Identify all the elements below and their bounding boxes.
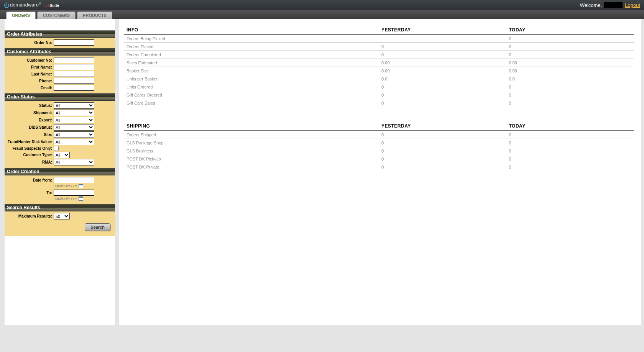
row-today: 0 xyxy=(507,131,634,139)
shipment-select[interactable]: All xyxy=(54,110,94,116)
row-today: 0 xyxy=(507,51,634,59)
table-row: GLS Business00 xyxy=(124,147,634,155)
label-order-no: Order No: xyxy=(7,41,54,45)
label-date-from: Date from: xyxy=(7,178,54,182)
row-today: 0 xyxy=(507,83,634,91)
tabs-row: ORDERS CUSTOMERS PRODUCTS xyxy=(0,10,644,19)
row-label: Gift Cards Ordered xyxy=(124,91,379,99)
shipping-header-shipping: SHIPPING xyxy=(124,122,379,131)
table-row: Units Ordered00 xyxy=(124,83,634,91)
row-yesterday xyxy=(379,34,507,43)
row-label: GLS Business xyxy=(124,147,379,155)
row-yesterday: 0 xyxy=(379,43,507,51)
divider-icon: | xyxy=(43,2,44,8)
logo-text: demandware® xyxy=(10,2,43,8)
row-yesterday: 0 xyxy=(379,155,507,163)
row-label: Orders Shipped xyxy=(124,131,379,139)
row-yesterday: 0 xyxy=(379,51,507,59)
date-from-input[interactable] xyxy=(54,177,94,183)
row-today: 0 xyxy=(507,99,634,107)
calendar-icon[interactable] xyxy=(79,184,83,188)
date-to-input[interactable] xyxy=(54,190,94,196)
label-customer-no: Customer No: xyxy=(7,58,54,62)
content-area: INFO YESTERDAY TODAY Orders Being Picked… xyxy=(119,19,641,325)
row-yesterday: 0 xyxy=(379,91,507,99)
order-creation-body: Date from: MM/DD/YYYY To: MM/DD/YYYY xyxy=(5,175,115,204)
site-select[interactable]: All xyxy=(54,131,94,138)
table-row: Orders Placed00 xyxy=(124,43,634,51)
section-order-attributes: Order Attributes xyxy=(5,30,115,38)
row-yesterday: 0.00 xyxy=(379,67,507,75)
suite-label: csSuite xyxy=(45,2,59,8)
search-button[interactable]: Search xyxy=(85,223,110,231)
date-hint-text: MM/DD/YYYY xyxy=(55,184,77,188)
tab-orders[interactable]: ORDERS xyxy=(6,11,36,19)
customer-attributes-body: Customer No: First Name: Last Name: Phon… xyxy=(5,56,115,93)
row-today: 0 xyxy=(507,163,634,171)
top-bar: ⏻ demandware® | csSuite Welcome, Logout xyxy=(0,0,644,10)
label-date-to: To: xyxy=(7,191,54,195)
dibs-status-select[interactable]: All xyxy=(54,124,94,131)
label-email: Email: xyxy=(7,86,54,90)
row-label: Units per Basket xyxy=(124,75,379,83)
suite-suffix: Suite xyxy=(50,3,59,8)
row-label: Orders Being Picked xyxy=(124,34,379,43)
row-label: Sales Estimated xyxy=(124,59,379,67)
suite-prefix: cs xyxy=(45,3,49,8)
status-select[interactable]: All xyxy=(54,102,94,109)
row-today: 0.00 xyxy=(507,67,634,75)
row-yesterday: 0 xyxy=(379,99,507,107)
row-yesterday: 0 xyxy=(379,83,507,91)
date-to-hint: MM/DD/YYYY xyxy=(55,196,113,201)
row-yesterday: 0.00 xyxy=(379,59,507,67)
first-name-input[interactable] xyxy=(54,64,94,70)
logo-prefix: demand xyxy=(10,2,28,8)
label-status: Status: xyxy=(7,103,54,108)
calendar-icon[interactable] xyxy=(79,196,83,201)
email-input[interactable] xyxy=(54,85,94,91)
order-no-input[interactable] xyxy=(54,39,94,46)
row-today: 0.0 xyxy=(507,75,634,83)
info-table: INFO YESTERDAY TODAY Orders Being Picked… xyxy=(124,26,634,107)
table-row: GLS Package Shop00 xyxy=(124,139,634,147)
date-from-hint: MM/DD/YYYY xyxy=(55,184,113,188)
row-today: 0 xyxy=(507,155,634,163)
logo-suffix: ware xyxy=(28,2,39,8)
label-max-results: Maximum Results: xyxy=(7,214,54,218)
row-yesterday: 0 xyxy=(379,147,507,155)
logout-link[interactable]: Logout xyxy=(625,2,640,8)
row-label: Orders Completed xyxy=(124,51,379,59)
section-order-creation: Order Creation xyxy=(5,168,115,175)
section-order-status: Order Status xyxy=(5,93,115,101)
label-phone: Phone: xyxy=(7,79,54,83)
table-row: Basket Size0.000.00 xyxy=(124,67,634,75)
section-search-results: Search Results xyxy=(5,204,115,211)
tab-customers[interactable]: CUSTOMERS xyxy=(37,11,76,19)
export-select[interactable]: All xyxy=(54,117,94,123)
shipping-header-today: TODAY xyxy=(507,122,634,131)
table-row: POST DK Private00 xyxy=(124,163,634,171)
label-export: Export: xyxy=(7,118,54,122)
label-site: Site: xyxy=(7,133,54,137)
row-yesterday: 0 xyxy=(379,139,507,147)
tab-products[interactable]: PRODUCTS xyxy=(77,11,112,19)
user-area: Welcome, Logout xyxy=(580,2,640,8)
info-header-yesterday: YESTERDAY xyxy=(379,26,507,34)
row-label: Basket Size xyxy=(124,67,379,75)
customer-no-input[interactable] xyxy=(54,57,94,63)
fraud-risk-select[interactable]: All xyxy=(54,139,94,145)
row-yesterday: 0.0 xyxy=(379,75,507,83)
fraud-suspects-checkbox[interactable] xyxy=(54,146,59,151)
shipping-header-yesterday: YESTERDAY xyxy=(379,122,507,131)
row-today: 0 xyxy=(507,91,634,99)
row-label: POST DK Pick-Up xyxy=(124,155,379,163)
info-header-info: INFO xyxy=(124,26,379,34)
sidebar: Order Attributes Order No: Customer Attr… xyxy=(5,19,115,325)
phone-input[interactable] xyxy=(54,78,94,84)
customer-type-select[interactable]: All xyxy=(54,152,70,158)
rma-select[interactable]: All xyxy=(54,159,94,165)
max-results-select[interactable]: 50 xyxy=(54,213,70,219)
last-name-input[interactable] xyxy=(54,71,94,77)
row-today: 0 xyxy=(507,43,634,51)
row-yesterday: 0 xyxy=(379,131,507,139)
